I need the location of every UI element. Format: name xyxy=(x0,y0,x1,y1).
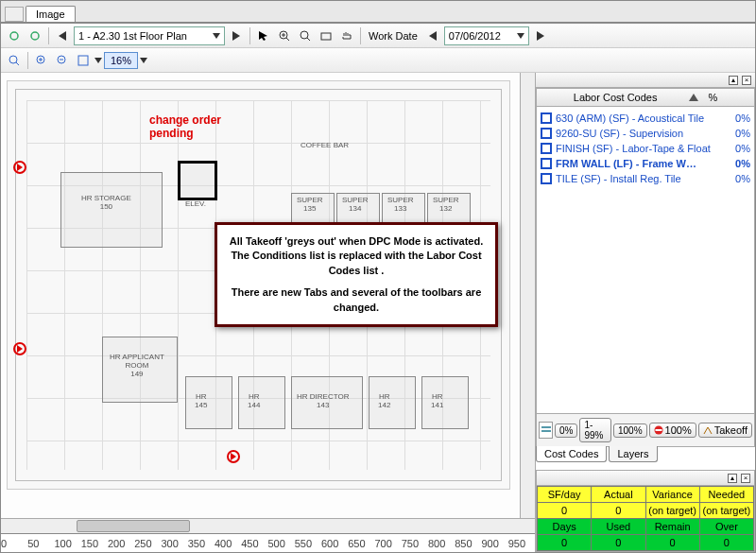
toolbar-main: 1 - A2.30 1st Floor Plan Work Date 07/06… xyxy=(1,24,755,48)
item-label: 9260-SU (SF) - Supervision xyxy=(556,128,683,139)
svg-rect-28 xyxy=(541,430,551,432)
metric-needed: Needed xyxy=(699,487,753,503)
sheet-prev-button[interactable] xyxy=(53,26,72,45)
metric-remain: Remain xyxy=(645,519,699,535)
nav-fwd-icon[interactable] xyxy=(26,26,44,45)
ruler-tick: 0 xyxy=(1,538,7,549)
drawing-canvas[interactable]: HR STORAGE 150 ELEV. COFFEE BAR SUPER 13… xyxy=(1,73,520,518)
workdate-value: 07/06/2012 xyxy=(449,30,501,42)
tab-layers[interactable]: Layers xyxy=(609,446,657,462)
zoom-in-icon[interactable] xyxy=(32,51,51,70)
zoom-in-icon[interactable] xyxy=(275,26,294,45)
zoom-extents-icon[interactable] xyxy=(5,51,24,70)
zoom-tool-icon[interactable] xyxy=(296,26,315,45)
vertical-scrollbar[interactable] xyxy=(520,73,535,518)
filter-100pct[interactable]: 100% xyxy=(613,423,647,438)
svg-point-1 xyxy=(31,32,39,40)
date-next-button[interactable] xyxy=(531,26,550,45)
zoom-out-icon[interactable] xyxy=(53,51,72,70)
checkbox[interactable] xyxy=(541,173,552,184)
separator xyxy=(360,27,361,44)
panel-title: Labor Cost Codes xyxy=(574,92,658,103)
collapse-up-icon[interactable]: ▴ xyxy=(728,474,737,483)
list-options-icon[interactable] xyxy=(539,422,553,439)
room-super135: SUPER 135 xyxy=(297,197,323,214)
metric-over: Over xyxy=(699,519,753,535)
item-label: FRM WALL (LF) - Frame W… xyxy=(556,158,696,169)
scroll-thumb[interactable] xyxy=(77,520,190,532)
zoom-window-icon[interactable] xyxy=(317,26,335,45)
svg-point-10 xyxy=(301,31,308,39)
tab-image[interactable]: Image xyxy=(26,6,76,22)
workdate-field[interactable]: 07/06/2012 xyxy=(444,26,529,45)
app-menu-icon[interactable] xyxy=(5,7,24,22)
ruler-tick: 500 xyxy=(268,538,285,549)
workdate-label: Work Date xyxy=(365,30,421,42)
ruler-tick: 750 xyxy=(402,538,419,549)
metric-variance: Variance xyxy=(645,487,699,503)
room-hr145: HR 145 xyxy=(195,393,207,410)
filter-bar: 0% 1-99% 100% 100% Takeoff xyxy=(536,414,755,447)
ruler-tick: 450 xyxy=(241,538,258,549)
svg-rect-30 xyxy=(655,429,662,431)
ruler-tick: 50 xyxy=(27,538,39,549)
nav-back-icon[interactable] xyxy=(5,26,24,45)
panel-controls: ▴ × xyxy=(536,73,755,88)
svg-marker-13 xyxy=(429,31,437,41)
ruler-tick: 950 xyxy=(508,538,525,549)
chevron-down-icon xyxy=(517,33,524,39)
pointer-tool-icon[interactable] xyxy=(254,26,273,45)
filter-0pct[interactable]: 0% xyxy=(555,423,577,438)
pan-tool-icon[interactable] xyxy=(337,26,356,45)
list-item[interactable]: 630 (ARM) (SF) - Acoustical Tile0% xyxy=(539,111,752,126)
red-marker-icon xyxy=(13,342,26,355)
metric-used: Used xyxy=(592,519,645,535)
list-item[interactable]: FRM WALL (LF) - Frame W…0% xyxy=(539,156,752,171)
collapse-up-icon[interactable]: ▴ xyxy=(729,76,738,85)
svg-line-17 xyxy=(16,62,19,65)
svg-rect-27 xyxy=(541,426,551,428)
zoom-level[interactable]: 16% xyxy=(104,52,138,69)
metric-actual: Actual xyxy=(592,487,645,503)
ruler-horizontal: 0501001502002503003504004505005506006507… xyxy=(1,533,535,552)
list-item[interactable]: 9260-SU (SF) - Supervision0% xyxy=(539,126,752,141)
checkbox[interactable] xyxy=(541,128,552,139)
close-icon[interactable]: × xyxy=(742,76,751,85)
panel-header[interactable]: Labor Cost Codes % xyxy=(536,88,755,107)
zoom-fit-icon[interactable] xyxy=(74,51,93,70)
filter-1to99[interactable]: 1-99% xyxy=(579,418,611,442)
date-prev-button[interactable] xyxy=(423,26,442,45)
svg-marker-25 xyxy=(140,58,147,63)
svg-rect-23 xyxy=(78,56,88,65)
svg-marker-24 xyxy=(94,58,102,63)
drawing-canvas-area: HR STORAGE 150 ELEV. COFFEE BAR SUPER 13… xyxy=(1,73,536,552)
checkbox[interactable] xyxy=(541,158,552,169)
ruler-tick: 100 xyxy=(55,538,72,549)
item-label: 630 (ARM) (SF) - Acoustical Tile xyxy=(556,112,704,124)
list-item[interactable]: FINISH (SF) - Labor-Tape & Float0% xyxy=(539,141,752,156)
sheet-next-button[interactable] xyxy=(227,26,246,45)
metrics-controls: ▴ × xyxy=(537,471,754,486)
toolbar-zoom: 16% xyxy=(1,48,755,73)
metric-days: Days xyxy=(538,519,592,535)
checkbox[interactable] xyxy=(541,143,552,154)
room-hr-applicant: HR APPLICANT ROOM 149 xyxy=(110,354,164,378)
horizontal-scrollbar[interactable] xyxy=(1,518,535,533)
checkbox[interactable] xyxy=(541,112,552,124)
room-hr-director: HR DIRECTOR 143 xyxy=(297,393,349,410)
sort-icon[interactable] xyxy=(689,94,698,101)
ruler-tick: 250 xyxy=(134,538,151,549)
item-pct: 0% xyxy=(735,173,750,184)
room-coffee: COFFEE BAR xyxy=(301,142,349,150)
chevron-down-icon[interactable] xyxy=(94,58,102,63)
metrics-table: SF/day Actual Variance Needed 0 0 (on ta… xyxy=(537,486,754,551)
sheet-selector[interactable]: 1 - A2.30 1st Floor Plan xyxy=(74,26,225,45)
close-icon[interactable]: × xyxy=(741,474,750,483)
takeoff-button[interactable]: Takeoff xyxy=(698,423,752,438)
filter-block-100[interactable]: 100% xyxy=(649,423,696,438)
tab-cost-codes[interactable]: Cost Codes xyxy=(536,446,607,462)
item-pct: 0% xyxy=(735,143,750,154)
chevron-down-icon[interactable] xyxy=(140,58,147,63)
room-super134: SUPER 134 xyxy=(342,197,369,214)
list-item[interactable]: TILE (SF) - Install Reg. Tile0% xyxy=(539,171,752,186)
